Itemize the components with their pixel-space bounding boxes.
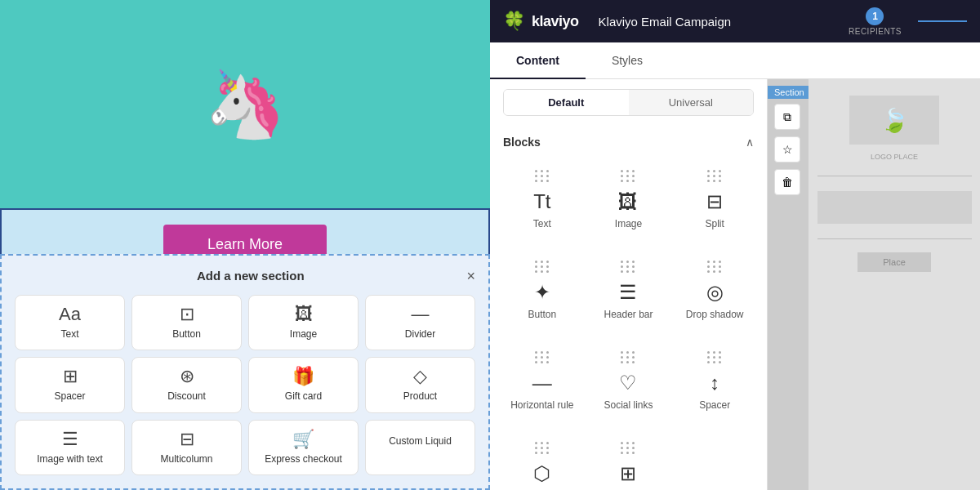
- klaviyo-flame-icon: 🍀: [503, 11, 525, 32]
- tab-content[interactable]: Content: [490, 42, 586, 78]
- logo-placeholder: 🍃: [849, 96, 939, 145]
- dots-button: [535, 261, 550, 273]
- right-block-icon-split: ⊟: [706, 190, 723, 213]
- right-block-icon-social-links: ♡: [619, 372, 637, 394]
- block-icon-multicolumn: ⊟: [180, 430, 194, 448]
- tabs-bar: Content Styles: [490, 42, 980, 79]
- right-block-button[interactable]: ✦ Button: [503, 249, 581, 332]
- block-icon-spacer: ⊞: [63, 368, 78, 385]
- right-block-icon-text: Tt: [533, 190, 550, 213]
- recipients-count: 1: [866, 7, 884, 25]
- right-block-table[interactable]: ⊞ Table: [590, 430, 668, 490]
- add-section-title: Add a new section: [34, 269, 466, 283]
- copy-tool-button[interactable]: ⧉: [774, 104, 800, 130]
- block-label-spacer: Spacer: [54, 390, 85, 402]
- add-section-header: Add a new section ×: [15, 269, 475, 283]
- block-label-gift-card: Gift card: [285, 390, 322, 402]
- block-icon-image-text: ☰: [62, 430, 78, 448]
- content-area: Default Universal Blocks ∧ Tt Text 🖼 Ima…: [490, 79, 980, 490]
- right-block-icon-drop-shadow: ◎: [706, 281, 724, 304]
- block-discount[interactable]: ⊛ Discount: [131, 357, 242, 412]
- block-spacer[interactable]: ⊞ Spacer: [15, 357, 125, 412]
- logo-icon: 🍃: [880, 107, 909, 134]
- right-block-spacer[interactable]: ↕ Spacer: [675, 340, 754, 422]
- star-tool-button[interactable]: ☆: [774, 136, 800, 163]
- klaviyo-logo: 🍀 klaviyo: [503, 11, 579, 32]
- section-tag: Section: [768, 86, 811, 99]
- block-icon-image: 🖼: [295, 305, 313, 323]
- divider-line-2: [817, 238, 972, 239]
- block-product[interactable]: ◇ Product: [365, 357, 475, 412]
- block-divider[interactable]: — Divider: [365, 295, 475, 350]
- dots-image: [621, 170, 635, 182]
- leaf-icon: 🍃: [880, 107, 909, 134]
- unicorn-image: 🦄: [204, 72, 286, 137]
- blocks-section: Blocks ∧ Tt Text 🖼 Image ⊟ Split ✦ Butto…: [490, 126, 767, 490]
- tab-styles[interactable]: Styles: [586, 42, 669, 78]
- dots-header-bar: [621, 261, 635, 273]
- right-block-image[interactable]: 🖼 Image: [590, 158, 668, 241]
- block-custom-liquid[interactable]: Custom Liquid: [365, 420, 475, 475]
- block-icon-express-checkout: 🛒: [292, 430, 314, 448]
- close-button[interactable]: ×: [466, 269, 475, 283]
- dots-spacer: [707, 351, 722, 363]
- block-label-text: Text: [60, 328, 78, 340]
- block-icon-divider: —: [412, 305, 430, 323]
- right-block-label-header-bar: Header bar: [604, 309, 653, 320]
- right-block-header-bar[interactable]: ☰ Header bar: [590, 249, 668, 332]
- block-label-divider: Divider: [405, 328, 435, 340]
- block-gift-card[interactable]: 🎁 Gift card: [248, 357, 359, 412]
- right-block-icon-table: ⊞: [620, 462, 636, 485]
- blocks-header: Blocks ∧: [503, 126, 754, 158]
- right-block-drop-shadow[interactable]: ◎ Drop shadow: [675, 249, 754, 332]
- blocks-title: Blocks: [503, 136, 541, 149]
- campaign-title: Klaviyo Email Campaign: [599, 15, 732, 29]
- place-placeholder: Place: [858, 252, 931, 272]
- block-express-checkout[interactable]: 🛒 Express checkout: [248, 420, 359, 475]
- delete-tool-button[interactable]: 🗑: [774, 169, 800, 195]
- block-text[interactable]: Aa Text: [15, 295, 125, 350]
- dots-drop-shadow: [707, 261, 722, 273]
- right-block-label-horizontal-rule: Horizontal rule: [510, 399, 573, 411]
- block-icon-button: ⊡: [180, 305, 194, 323]
- chevron-up-icon: ∧: [746, 136, 754, 149]
- right-block-text[interactable]: Tt Text: [503, 158, 581, 241]
- divider-line-1: [817, 176, 972, 176]
- canvas-right: Section ⧉ ☆ 🗑 🍃 LOGO PLACE Place: [768, 79, 980, 490]
- block-multicolumn[interactable]: ⊟ Multicolumn: [131, 420, 242, 475]
- block-icon-text: Aa: [59, 305, 81, 323]
- blocks-grid-right: Tt Text 🖼 Image ⊟ Split ✦ Button ☰ Heade…: [503, 158, 754, 490]
- toggle-default[interactable]: Default: [504, 90, 629, 115]
- block-label-product: Product: [403, 390, 437, 402]
- canvas-tools: ⧉ ☆ 🗑: [774, 104, 800, 195]
- add-section-blocks-grid: Aa Text ⊡ Button 🖼 Image — Divider ⊞ Spa…: [15, 295, 475, 475]
- left-panel: 🦄 Learn More Add a new section × Aa Text…: [0, 0, 490, 490]
- right-block-horizontal-rule[interactable]: — Horizontal rule: [503, 340, 581, 422]
- recipients-label: RECIPIENTS: [849, 27, 902, 36]
- logo-placeholder-text: LOGO PLACE: [871, 153, 918, 161]
- block-button[interactable]: ⊡ Button: [131, 295, 242, 350]
- block-image[interactable]: 🖼 Image: [248, 295, 359, 350]
- right-block-icon-spacer: ↕: [710, 372, 719, 394]
- right-block-social-links[interactable]: ♡ Social links: [590, 340, 668, 422]
- block-image-text[interactable]: ☰ Image with text: [15, 420, 125, 475]
- right-block-icon-product: ⬡: [533, 462, 550, 485]
- block-label-custom-liquid: Custom Liquid: [389, 435, 452, 447]
- header-line: [918, 20, 967, 22]
- right-block-icon-header-bar: ☰: [619, 281, 637, 304]
- right-block-product[interactable]: ⬡ Product: [503, 430, 581, 490]
- sidebar-content: Default Universal Blocks ∧ Tt Text 🖼 Ima…: [490, 79, 768, 490]
- right-block-label-text: Text: [533, 218, 551, 229]
- right-block-label-social-links: Social links: [604, 399, 653, 411]
- block-label-discount: Discount: [167, 390, 206, 402]
- right-block-split[interactable]: ⊟ Split: [675, 158, 754, 241]
- block-label-multicolumn: Multicolumn: [160, 453, 212, 465]
- right-block-label-spacer: Spacer: [699, 399, 730, 411]
- block-icon-gift-card: 🎁: [292, 368, 314, 385]
- toggle-universal[interactable]: Universal: [629, 90, 754, 115]
- block-icon-discount: ⊛: [180, 368, 194, 385]
- block-icon-product: ◇: [413, 368, 427, 385]
- canvas-preview: 🍃 LOGO PLACE Place: [808, 79, 980, 490]
- block-label-express-checkout: Express checkout: [265, 453, 342, 465]
- block-label-image-text: Image with text: [37, 453, 103, 465]
